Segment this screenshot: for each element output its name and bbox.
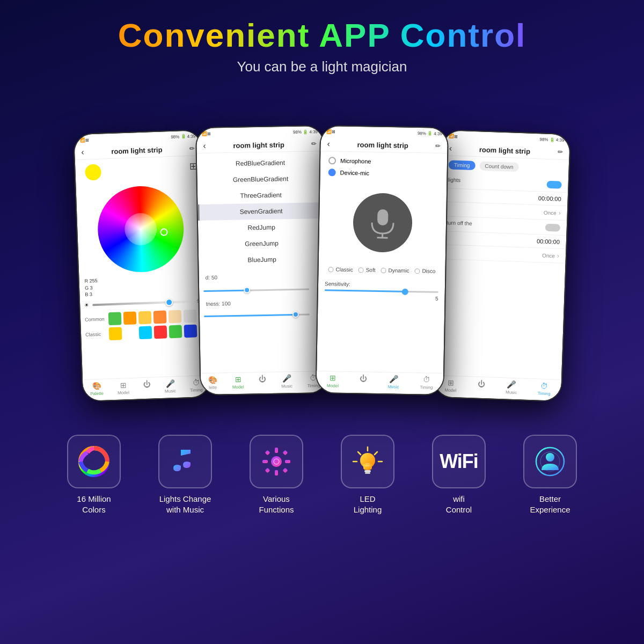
turnoff-toggle[interactable] [545, 223, 560, 231]
nav-timing-3[interactable]: ⏱ Timing [420, 375, 433, 390]
brightness-low-icon: ☀ [84, 302, 89, 308]
disco-mode[interactable]: Disco [414, 268, 435, 274]
sensitivity-slider[interactable] [325, 289, 438, 293]
header: Convenient APP Control You can be a ligh… [0, 0, 644, 80]
device-mic-option[interactable]: Device-mic [328, 169, 439, 178]
microphone-button[interactable] [353, 193, 413, 253]
nav-palette[interactable]: 🎨 Palette [90, 382, 104, 397]
features-section: 16 MillionColors Lights Changewith Music [0, 424, 644, 525]
swatch-white2[interactable] [124, 326, 137, 340]
nav-music-2[interactable]: 🎤 Music [281, 374, 292, 389]
edit-icon-4[interactable]: ✏ [557, 148, 562, 156]
dynamic-mode[interactable]: Dynamic [380, 267, 409, 274]
nav-music-3[interactable]: 🎤 Music [388, 375, 399, 389]
feature-music-label: Lights Changewith Music [159, 494, 211, 515]
color-wheel[interactable] [97, 185, 185, 273]
feature-colors-label: 16 MillionColors [77, 494, 111, 515]
timing-tab-timing[interactable]: Timing [449, 160, 475, 170]
nav-model-1[interactable]: ⊞ Model [117, 380, 129, 396]
phone-screen-1: 📶⊠ 98% 🔋 4:39 ‹ room light strip ✏ ⊞ R 2… [74, 130, 210, 401]
mode-three[interactable]: ThreeGradient [197, 186, 324, 204]
nav-power-3[interactable]: ⏻ [360, 374, 367, 389]
chevron-1[interactable]: › [559, 209, 561, 217]
edit-icon-3[interactable]: ✏ [435, 142, 441, 150]
back-arrow-4[interactable]: ‹ [449, 143, 452, 153]
device-mic-radio[interactable] [328, 169, 336, 176]
turn-off-label: turn off the [447, 219, 472, 226]
power-icon-3: ⏻ [360, 374, 367, 383]
model-icon-1: ⊞ [120, 380, 127, 389]
mode-seven[interactable]: SevenGradient [197, 202, 324, 221]
swatch-red[interactable] [154, 325, 167, 339]
swatch-green2[interactable] [169, 325, 182, 338]
music-icon-2: 🎤 [282, 374, 291, 383]
back-arrow-1[interactable]: ‹ [81, 148, 84, 157]
lights-toggle[interactable] [546, 180, 561, 188]
bottom-nav-3: ⊞ Model ⏻ 🎤 Music ⏱ Timing [317, 371, 444, 394]
soft-radio [358, 267, 364, 273]
svg-point-25 [546, 453, 554, 462]
feature-music-icon-box [158, 435, 212, 488]
nav-model-3[interactable]: ⊞ Model [327, 374, 339, 388]
model-icon-4: ⊞ [448, 378, 455, 387]
mode-redjump[interactable]: RedJump [198, 218, 325, 237]
svg-rect-6 [275, 470, 278, 475]
mic-icon-container [319, 181, 447, 264]
swatch-white[interactable] [184, 309, 197, 323]
svg-rect-21 [365, 472, 370, 474]
mode-greenjump[interactable]: GreenJump [198, 235, 325, 253]
edit-icon-1[interactable]: ✏ [189, 144, 195, 152]
svg-point-4 [86, 453, 102, 470]
phone-screen-2: 📶⊠ 98% 🔋 4:39 ‹ room light strip ✏ RedBl… [196, 126, 328, 394]
nav-power-2[interactable]: ⏻ [259, 375, 266, 389]
edit-icon-2[interactable]: ✏ [311, 140, 317, 148]
classic-mode[interactable]: Classic [328, 266, 353, 273]
mode-redblue[interactable]: RedBlueGradient [197, 154, 324, 172]
feature-led-icon-box [341, 435, 394, 488]
time2-value: 00:00:00 [537, 238, 560, 245]
nav-music-1[interactable]: 🎤 Music [164, 379, 176, 394]
mode-greenblue[interactable]: GreenBlueGradient [197, 170, 324, 188]
svg-rect-9 [265, 450, 270, 456]
mode-bluejump[interactable]: BlueJump [199, 251, 325, 269]
sound-modes: Classic Soft Dynamic Disco [318, 262, 445, 279]
swatch-gold[interactable] [109, 327, 122, 340]
phone-2: 📶⊠ 98% 🔋 4:39 ‹ room light strip ✏ RedBl… [195, 125, 329, 396]
phone-screen-4: 📶⊠ 98% 🔋 4:39 ‹ room light strip ✏ Timin… [434, 130, 570, 401]
swatch-cyan[interactable] [139, 326, 152, 339]
classic-label: Classic [85, 331, 107, 337]
nav-timing-4[interactable]: ⏱ Timing [538, 381, 551, 396]
nav-model-2[interactable]: ⊞ Model [232, 375, 244, 390]
phone-title-3: room light strip [357, 141, 408, 150]
back-arrow-2[interactable]: ‹ [203, 141, 206, 151]
brightness-slider-row-2: ☀ [200, 308, 326, 322]
swatch-cream[interactable] [169, 310, 182, 323]
brightness-slider-2[interactable] [204, 313, 310, 317]
classic-radio [328, 267, 333, 272]
power-icon-2: ⏻ [259, 375, 266, 383]
sensitivity-thumb [402, 288, 408, 295]
phone-1: 📶⊠ 98% 🔋 4:39 ‹ room light strip ✏ ⊞ R 2… [73, 129, 211, 402]
svg-rect-8 [285, 460, 290, 463]
nav-palette-2[interactable]: 🎨 lette [208, 375, 217, 390]
nav-model-4[interactable]: ⊞ Model [444, 378, 457, 393]
microphone-radio[interactable] [328, 157, 336, 164]
phone-title-2: room light strip [233, 141, 284, 150]
swatch-blue[interactable] [184, 324, 197, 338]
swatch-orange2[interactable] [153, 310, 167, 324]
speed-slider[interactable] [203, 288, 309, 291]
brightness-slider[interactable] [92, 300, 193, 306]
swatch-green[interactable] [108, 312, 122, 325]
soft-mode[interactable]: Soft [358, 267, 376, 273]
timing-tab-countdown[interactable]: Count down [479, 161, 519, 172]
nav-power-4[interactable]: ⏻ [477, 379, 485, 394]
disco-radio [414, 268, 420, 274]
nav-power-1[interactable]: ⏻ [143, 380, 151, 394]
microphone-option[interactable]: Microphone [328, 157, 439, 166]
once1-text: Once [544, 209, 557, 216]
nav-music-4[interactable]: 🎤 Music [506, 380, 517, 395]
back-arrow-3[interactable]: ‹ [327, 139, 330, 149]
swatch-orange[interactable] [123, 311, 137, 325]
swatch-yellow[interactable] [138, 311, 152, 324]
chevron-2[interactable]: › [557, 252, 559, 260]
